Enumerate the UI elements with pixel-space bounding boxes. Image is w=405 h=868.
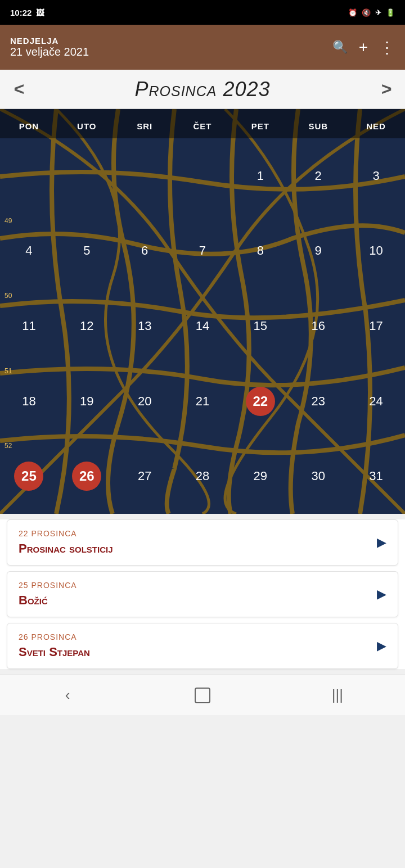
- event-arrow-22[interactable]: ▶: [377, 535, 386, 550]
- event-card-26[interactable]: 26 Prosinca Sveti Stjepan ▶: [7, 623, 398, 669]
- day-cell-16[interactable]: 16: [289, 288, 347, 364]
- alarm-icon: ⏰: [348, 8, 357, 17]
- weekday-header-cet: ČET: [174, 109, 232, 138]
- day-cell-26[interactable]: 26: [58, 438, 116, 514]
- bottom-nav: ‹ |||: [0, 675, 405, 715]
- event-date-26: 26 Prosinca: [19, 632, 386, 641]
- day-cell-30[interactable]: 30: [289, 438, 347, 514]
- more-menu-button[interactable]: ⋮: [379, 38, 395, 57]
- day-cell-14[interactable]: 14: [174, 288, 232, 364]
- status-time: 10:22: [10, 8, 32, 17]
- event-title-bozic: Božić: [19, 593, 386, 608]
- day-cell-24[interactable]: 24: [347, 364, 405, 439]
- month-title: Prosinca 2023: [134, 78, 270, 101]
- day-cell-27[interactable]: 27: [116, 438, 174, 514]
- day-cell-5[interactable]: 5: [58, 214, 116, 289]
- day-cell-15[interactable]: 15: [231, 288, 289, 364]
- event-card-25[interactable]: 25 Prosinca Božić ▶: [7, 571, 398, 617]
- status-left: 10:22 🖼: [10, 8, 44, 17]
- day-cell-3[interactable]: 3: [347, 138, 405, 214]
- day-cell-17[interactable]: 17: [347, 288, 405, 364]
- event-title-solsticij: Prosinac solsticij: [19, 541, 386, 556]
- calendar-container: PON UTO SRI ČET PET SUB NED 1 2 3 49 4 5…: [0, 109, 405, 514]
- event-arrow-25[interactable]: ▶: [377, 587, 386, 602]
- day-cell-2[interactable]: 2: [289, 138, 347, 214]
- day-cell-blank: [116, 138, 174, 214]
- airplane-icon: ✈: [375, 8, 381, 17]
- day-cell-20[interactable]: 20: [116, 364, 174, 439]
- weekday-header-mon: PON: [0, 109, 58, 138]
- status-bar: 10:22 🖼 ⏰ 🔇 ✈ 🔋: [0, 0, 405, 25]
- weekday-header-sri: SRI: [116, 109, 174, 138]
- top-bar: Nedjelja 21 veljače 2021 🔍 + ⋮: [0, 25, 405, 70]
- day-cell-28[interactable]: 28: [174, 438, 232, 514]
- calendar-grid: PON UTO SRI ČET PET SUB NED 1 2 3 49 4 5…: [0, 109, 405, 514]
- day-cell-19[interactable]: 19: [58, 364, 116, 439]
- day-cell-6[interactable]: 6: [116, 214, 174, 289]
- date-full: 21 veljače 2021: [10, 46, 89, 58]
- event-arrow-26[interactable]: ▶: [377, 639, 386, 653]
- day-cell-22[interactable]: 22: [231, 364, 289, 439]
- top-bar-title: Nedjelja 21 veljače 2021: [10, 36, 89, 58]
- back-button[interactable]: ‹: [51, 679, 84, 712]
- day-cell-29[interactable]: 29: [231, 438, 289, 514]
- day-cell-8[interactable]: 8: [231, 214, 289, 289]
- event-date-22: 22 Prosinca: [19, 529, 386, 538]
- event-title-stjepan: Sveti Stjepan: [19, 645, 386, 659]
- status-right: ⏰ 🔇 ✈ 🔋: [348, 8, 395, 17]
- day-cell-13[interactable]: 13: [116, 288, 174, 364]
- top-bar-actions: 🔍 + ⋮: [332, 38, 395, 57]
- day-cell-4[interactable]: 49 4: [0, 214, 58, 289]
- event-date-25: 25 Prosinca: [19, 581, 386, 590]
- battery-icon: 🔋: [386, 8, 395, 17]
- day-cell-10[interactable]: 10: [347, 214, 405, 289]
- day-cell-11[interactable]: 50 11: [0, 288, 58, 364]
- weekday-header-sub: SUB: [289, 109, 347, 138]
- add-button[interactable]: +: [359, 38, 368, 56]
- day-cell-7[interactable]: 7: [174, 214, 232, 289]
- day-cell-9[interactable]: 9: [289, 214, 347, 289]
- day-cell-12[interactable]: 12: [58, 288, 116, 364]
- weekday-header-uto: UTO: [58, 109, 116, 138]
- event-card-22[interactable]: 22 Prosinca Prosinac solsticij ▶: [7, 519, 398, 566]
- home-icon: [195, 688, 210, 703]
- weekday-header-pet: PET: [231, 109, 289, 138]
- day-cell-blank: [174, 138, 232, 214]
- events-list: 22 Prosinca Prosinac solsticij ▶ 25 Pros…: [0, 519, 405, 669]
- day-cell-23[interactable]: 23: [289, 364, 347, 439]
- day-cell-1[interactable]: 1: [231, 138, 289, 214]
- day-cell-blank: [0, 138, 58, 214]
- home-button[interactable]: [186, 679, 219, 712]
- recents-icon: |||: [332, 686, 343, 704]
- day-cell-31[interactable]: 31: [347, 438, 405, 514]
- back-icon: ‹: [65, 686, 70, 704]
- prev-month-button[interactable]: <: [14, 79, 24, 100]
- weekday-header-ned: NED: [347, 109, 405, 138]
- next-month-button[interactable]: >: [381, 79, 392, 100]
- day-cell-18[interactable]: 51 18: [0, 364, 58, 439]
- mute-icon: 🔇: [362, 8, 371, 17]
- day-cell-blank: [58, 138, 116, 214]
- month-nav: < Prosinca 2023 >: [0, 70, 405, 109]
- recents-button[interactable]: |||: [321, 679, 354, 712]
- day-name: Nedjelja: [10, 36, 89, 46]
- image-icon: 🖼: [36, 8, 44, 17]
- search-button[interactable]: 🔍: [332, 40, 348, 55]
- day-cell-25[interactable]: 52 25: [0, 438, 58, 514]
- day-cell-21[interactable]: 21: [174, 364, 232, 439]
